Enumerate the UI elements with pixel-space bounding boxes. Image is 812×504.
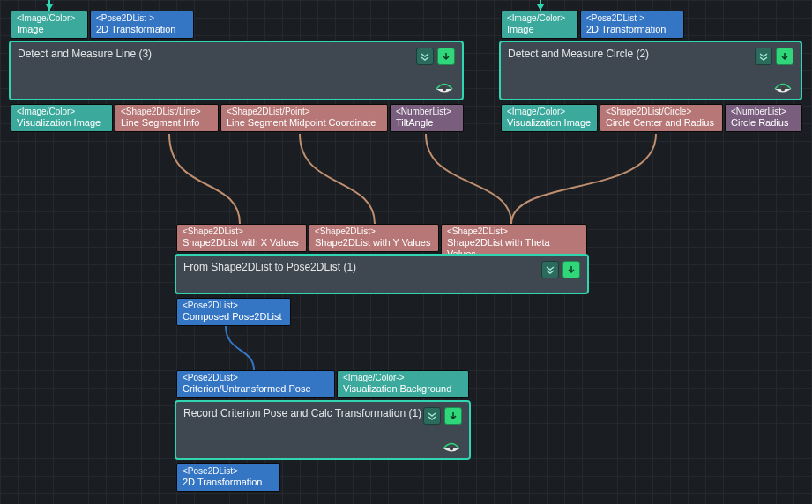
port-type: <Pose2DList-> <box>96 13 188 24</box>
port-type: <Shape2DList/Line> <box>121 107 212 117</box>
port-image-in-right[interactable]: <Image/Color> Image <box>501 11 578 39</box>
port-visimage-right[interactable]: <Image/Color> Visualization Image <box>501 104 598 132</box>
port-line-midpoint[interactable]: <Shape2DList/Point> Line Segment Midpoin… <box>220 104 388 132</box>
port-label: Visualization Image <box>17 117 107 129</box>
port-type: <Pose2DList> <box>183 373 329 383</box>
collapse-button[interactable] <box>416 48 434 65</box>
collapse-button[interactable] <box>541 261 559 278</box>
port-label: Line Segment Midpoint Coordinate <box>227 117 382 129</box>
svg-marker-1 <box>537 4 544 11</box>
port-label: Circle Center and Radius <box>606 117 717 129</box>
port-pose-in-left[interactable]: <Pose2DList-> 2D Transformation <box>90 11 194 39</box>
port-type: <Image/Color-> <box>343 373 463 383</box>
node-shape2d-to-pose2d[interactable]: From Shape2DList to Pose2DList (1) <box>175 254 589 294</box>
port-label: Line Segment Info <box>121 117 212 129</box>
port-type: <Image/Color> <box>507 13 572 24</box>
port-type: <Pose2DList> <box>183 300 285 311</box>
port-type: <Shape2DList> <box>183 226 301 237</box>
port-label: Composed Pose2DList <box>183 311 285 322</box>
port-label: TiltAngle <box>396 117 458 129</box>
port-type: <Image/Color> <box>17 107 107 117</box>
port-type: <Shape2DList> <box>315 226 433 237</box>
port-circle-center-radius[interactable]: <Shape2DList/Circle> Circle Center and R… <box>600 104 723 132</box>
port-label: Circle Radius <box>731 117 796 129</box>
port-s2p-y[interactable]: <Shape2DList> Shape2DList with Y Values <box>309 224 439 252</box>
visibility-icon[interactable] <box>774 81 792 95</box>
collapse-button[interactable] <box>423 407 441 425</box>
svg-point-3 <box>781 87 785 91</box>
port-vis-background[interactable]: <Image/Color-> Visualization Background <box>337 370 469 398</box>
run-button[interactable] <box>437 48 455 65</box>
svg-marker-0 <box>46 4 53 11</box>
visibility-icon[interactable] <box>443 441 460 455</box>
node-title: Detect and Measure Circle (2) <box>508 48 793 76</box>
port-composed-pose2d[interactable]: <Pose2DList> Composed Pose2DList <box>176 298 291 326</box>
port-2d-transformation-out[interactable]: <Pose2DList> 2D Transformation <box>176 463 280 492</box>
node-title: Detect and Measure Line (3) <box>18 48 455 76</box>
node-detect-line[interactable]: Detect and Measure Line (3) <box>9 41 464 100</box>
port-circle-radius[interactable]: <NumberList> Circle Radius <box>725 104 802 132</box>
port-s2p-x[interactable]: <Shape2DList> Shape2DList with X Values <box>176 224 307 252</box>
port-type: <Shape2DList/Point> <box>227 107 382 117</box>
port-visimage-left[interactable]: <Image/Color> Visualization Image <box>11 104 113 132</box>
port-type: <NumberList> <box>396 107 458 117</box>
port-pose-in-right[interactable]: <Pose2DList-> 2D Transformation <box>580 11 684 39</box>
port-type: <Image/Color> <box>17 13 82 24</box>
node-title: Record Criterion Pose and Calc Transform… <box>183 407 462 435</box>
run-button[interactable] <box>776 48 793 65</box>
port-label: Image <box>507 24 572 35</box>
port-label: Visualization Background <box>343 383 463 395</box>
port-label: 2D Transformation <box>183 477 274 488</box>
visibility-icon[interactable] <box>436 81 453 95</box>
node-title: From Shape2DList to Pose2DList (1) <box>183 261 580 289</box>
port-type: <Shape2DList> <box>447 226 581 237</box>
port-label: Image <box>17 24 82 35</box>
port-criterion-pose[interactable]: <Pose2DList> Criterion/Untransformed Pos… <box>176 370 335 398</box>
port-line-info[interactable]: <Shape2DList/Line> Line Segment Info <box>115 104 219 132</box>
port-label: Shape2DList with X Values <box>183 237 301 248</box>
port-label: 2D Transformation <box>586 24 678 35</box>
port-image-in-left[interactable]: <Image/Color> Image <box>11 11 88 39</box>
svg-point-4 <box>450 447 453 450</box>
port-type: <Pose2DList> <box>183 466 274 477</box>
run-button[interactable] <box>444 407 462 425</box>
run-button[interactable] <box>562 261 580 278</box>
port-label: 2D Transformation <box>96 24 188 35</box>
port-type: <Pose2DList-> <box>586 13 678 24</box>
port-label: Visualization Image <box>507 117 592 129</box>
node-record-pose[interactable]: Record Criterion Pose and Calc Transform… <box>175 400 471 460</box>
svg-point-2 <box>443 87 446 91</box>
collapse-button[interactable] <box>755 48 772 65</box>
port-tilt-angle[interactable]: <NumberList> TiltAngle <box>390 104 464 132</box>
node-detect-circle[interactable]: Detect and Measure Circle (2) <box>499 41 802 100</box>
port-label: Criterion/Untransformed Pose <box>183 383 329 395</box>
port-type: <Image/Color> <box>507 107 592 117</box>
port-label: Shape2DList with Y Values <box>315 237 433 248</box>
port-type: <Shape2DList/Circle> <box>606 107 717 117</box>
port-type: <NumberList> <box>731 107 796 117</box>
